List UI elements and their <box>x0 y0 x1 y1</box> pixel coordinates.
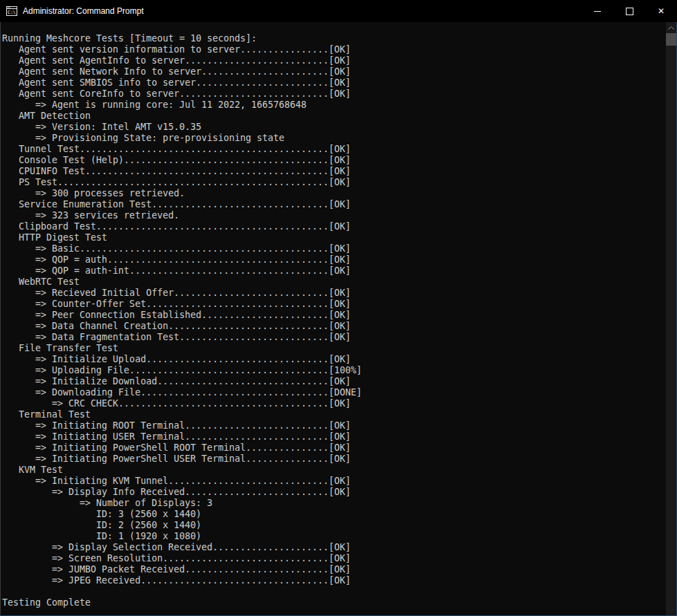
console-line: Clipboard Test..........................… <box>2 221 666 232</box>
console-line: WebRTC Test <box>2 277 666 288</box>
console-line: => Counter-Offer Set....................… <box>2 299 666 310</box>
console-line: => Basic................................… <box>2 243 666 254</box>
console-line: Agent sent CoreInfo to server...........… <box>2 88 666 100</box>
window-controls: ✕ <box>582 0 677 22</box>
chevron-up-icon <box>668 26 674 30</box>
cmd-icon[interactable]: C:\_ <box>6 6 17 17</box>
console-line: => Initialize Download..................… <box>2 376 666 387</box>
console-line: Running Meshcore Tests [Timeout = 10 sec… <box>2 33 666 44</box>
console-line: => Version: Intel AMT v15.0.35 <box>2 122 666 133</box>
console-line: => Display Info Received................… <box>2 487 666 498</box>
maximize-button[interactable] <box>613 0 645 22</box>
console-line: ID: 2 (2560 x 1440) <box>2 520 666 531</box>
console-line: => Uploading File.......................… <box>2 365 666 376</box>
console-line: => Number of Displays: 3 <box>2 498 666 509</box>
console-line: => 300 processes retrieved. <box>2 188 666 199</box>
titlebar[interactable]: C:\_ Administrator: Command Prompt ✕ <box>0 0 677 22</box>
scrollbar[interactable] <box>666 22 676 615</box>
console-line: => Display Selection Received...........… <box>2 542 666 553</box>
console-body: Running Meshcore Tests [Timeout = 10 sec… <box>0 22 677 616</box>
cmd-icon-text: C:\_ <box>8 10 17 15</box>
console-line: => Initiating KVM Tunnel................… <box>2 476 666 487</box>
minimize-button[interactable] <box>582 0 613 22</box>
console-line: Agent sent Network Info to server.......… <box>2 66 666 77</box>
console-line: AMT Detection <box>2 111 666 122</box>
scrollbar-up-button[interactable] <box>666 22 676 33</box>
console-line: => QOP = auth...........................… <box>2 254 666 265</box>
console-line: HTTP Digest Test <box>2 232 666 243</box>
console-line: => Downloading File.....................… <box>2 387 666 398</box>
console-line: => QOP = auth-int.......................… <box>2 265 666 277</box>
command-prompt-window: C:\_ Administrator: Command Prompt ✕ Run… <box>0 0 677 616</box>
console-line: ID: 1 (1920 x 1080) <box>2 531 666 542</box>
scrollbar-down-button[interactable] <box>666 604 676 615</box>
close-icon: ✕ <box>658 7 665 15</box>
console-line: File Transfer Test <box>2 343 666 354</box>
console-line: => Data Fragmentation Test..............… <box>2 332 666 343</box>
console-line: Agent sent AgentInfo to server..........… <box>2 55 666 66</box>
console-line: => JPEG Received........................… <box>2 575 666 586</box>
console-line: => Initialize Upload....................… <box>2 354 666 365</box>
console-output[interactable]: Running Meshcore Tests [Timeout = 10 sec… <box>1 22 666 615</box>
console-line: => Initiating ROOT Terminal.............… <box>2 420 666 431</box>
console-line: Agent sent version information to server… <box>2 44 666 55</box>
minimize-icon <box>594 11 601 12</box>
console-line: => Screen Resolution....................… <box>2 553 666 564</box>
console-line: ID: 3 (2560 x 1440) <box>2 509 666 520</box>
console-line: Testing Complete <box>2 597 666 608</box>
console-line: => Agent is running core: Jul 11 2022, 1… <box>2 100 666 111</box>
console-line: Tunnel Test.............................… <box>2 144 666 155</box>
console-line: Service Enumeration Test................… <box>2 199 666 210</box>
console-line: => Peer Connection Established..........… <box>2 310 666 321</box>
chevron-down-icon <box>668 608 674 612</box>
console-line: => Recieved Initial Offer...............… <box>2 288 666 299</box>
console-line: Terminal Test <box>2 409 666 420</box>
console-line <box>2 586 666 597</box>
console-line: => Provisioning State: pre-provisioning … <box>2 133 666 144</box>
console-line: => 323 services retrieved. <box>2 210 666 221</box>
console-line: KVM Test <box>2 465 666 476</box>
console-line: => Initiating USER Terminal.............… <box>2 431 666 442</box>
console-line: => Data Channel Creation................… <box>2 321 666 332</box>
maximize-icon <box>626 8 633 15</box>
console-line: => CRC CHECK............................… <box>2 398 666 409</box>
console-line: => JUMBO Packet Received................… <box>2 564 666 575</box>
window-title: Administrator: Command Prompt <box>23 6 582 16</box>
scrollbar-thumb[interactable] <box>666 33 676 46</box>
console-line: => Initiating PowerShell ROOT Terminal..… <box>2 442 666 454</box>
console-line: PS Test.................................… <box>2 177 666 188</box>
console-line: => Initiating PowerShell USER Terminal..… <box>2 454 666 465</box>
console-line: Agent sent SMBIOS info to server........… <box>2 77 666 88</box>
console-line: Console Test (Help).....................… <box>2 155 666 166</box>
console-line: CPUINFO Test............................… <box>2 166 666 177</box>
close-button[interactable]: ✕ <box>645 0 677 22</box>
